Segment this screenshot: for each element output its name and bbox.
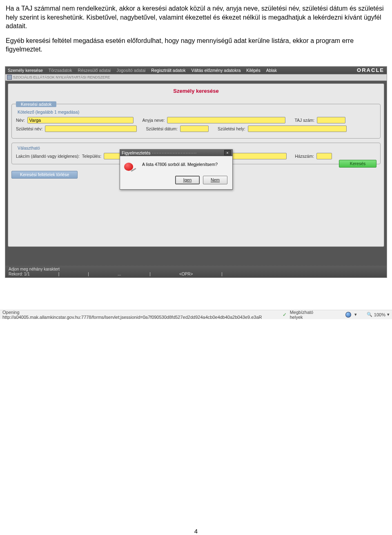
toolbar-title: SZOCIÁLIS ELLÁTÁSOK NYILVÁNTARTÁSI RENDS…	[13, 75, 110, 79]
browser-statusbar: Opening http://a04005.mak.allamkincstar.…	[0, 310, 392, 319]
input-nev[interactable]: Varga	[27, 117, 134, 123]
menu-item-reszesulo[interactable]: Részesülő adatai	[78, 68, 111, 73]
ie-zoom[interactable]: 🔍 100% ▾	[367, 312, 390, 317]
label-telepules: Település:	[82, 154, 101, 159]
status-record: Rekord: 1/1	[9, 272, 30, 276]
label-lakcim: Lakcím (állandó vagy ideiglenes):	[16, 154, 80, 159]
label-anyja-neve: Anyja neve:	[143, 118, 165, 123]
input-anyja-neve[interactable]	[167, 117, 285, 123]
menu-item-szemely[interactable]: Személy keresése	[8, 68, 43, 73]
label-szuletesi-hely: Születési hely:	[218, 126, 245, 131]
menu-item-ablak[interactable]: Ablak	[266, 68, 277, 73]
statusbar: Adjon meg néhány karaktert Rekord: 1/1 |…	[5, 266, 387, 278]
dialog-titlebar-fill: ····························	[151, 150, 224, 155]
world-icon	[345, 312, 351, 318]
button-search[interactable]: Keresés	[339, 160, 376, 168]
window-icon	[7, 75, 12, 80]
label-szuletesi-datum: Születési dátum:	[146, 126, 178, 131]
menu-item-torzsadatok[interactable]: Törzsadatok	[49, 68, 72, 73]
ie-url: Opening http://a04005.mak.allamkincstar.…	[2, 310, 276, 320]
input-telepules-2[interactable]	[229, 153, 287, 159]
check-icon: ✓	[283, 312, 287, 318]
dialog-title: Figyelmeztetés	[122, 150, 151, 155]
bell-icon	[124, 162, 136, 172]
dialog-message: A lista 47806 sorból áll. Megjelenítsem?	[142, 162, 218, 167]
menubar: Személy keresése Törzsadatok Részesülő a…	[5, 67, 387, 74]
input-szuletesi-hely[interactable]	[248, 125, 347, 132]
ie-trusted: Megbízható helyek	[290, 310, 327, 320]
form-title: Személy keresése	[11, 86, 381, 101]
page-number: 4	[0, 528, 392, 535]
label-szuletesi-nev: Születési név:	[16, 126, 42, 131]
status-mode: <OPR>	[179, 272, 193, 276]
zoom-icon: 🔍	[367, 312, 372, 317]
input-szuletesi-nev[interactable]	[45, 125, 137, 132]
input-taj[interactable]	[317, 117, 345, 123]
brand-oracle: ORACLE	[357, 67, 384, 73]
menu-item-valtas[interactable]: Váltás előzmény adatokra	[191, 68, 241, 73]
label-nev: Név:	[16, 118, 25, 123]
button-clear[interactable]: Keresési feltételek törlése	[11, 171, 78, 179]
label-hazszam: Házszám:	[295, 154, 314, 159]
dialog-close-button[interactable]: ×	[224, 150, 231, 155]
label-taj: TAJ szám:	[294, 118, 314, 123]
menu-item-regisztralt[interactable]: Regisztrált adatok	[151, 68, 185, 73]
input-szuletesi-datum[interactable]	[180, 125, 209, 132]
group-keresesi-adatok: Keresési adatok Kötelező (legalább 1 meg…	[11, 101, 381, 139]
status-dots: ...	[118, 272, 121, 276]
menu-item-kilepes[interactable]: Kilépés	[246, 68, 260, 73]
paragraph-1: Ha a TAJ számmal nem rendelkezünk, akkor…	[6, 4, 386, 31]
dialog-warning: Figyelmeztetés ·························…	[120, 149, 233, 190]
app-screenshot: Személy keresése Törzsadatok Részesülő a…	[5, 66, 387, 278]
input-hazszam[interactable]	[316, 153, 332, 159]
sub-legend-kotelezo: Kötelező (legalább 1 megadása)	[18, 110, 376, 114]
legend-keresesi: Keresési adatok	[16, 101, 56, 107]
toolbar: SZOCIÁLIS ELLÁTÁSOK NYILVÁNTARTÁSI RENDS…	[5, 74, 387, 81]
paragraph-2: Egyéb keresési feltétel megadása esetén …	[6, 36, 386, 54]
status-line-1: Adjon meg néhány karaktert	[9, 267, 383, 271]
dialog-yes-button[interactable]: Igen	[175, 176, 200, 184]
menu-item-jogosito[interactable]: Jogosító adatai	[116, 68, 145, 73]
dialog-no-button[interactable]: Nem	[203, 176, 227, 184]
